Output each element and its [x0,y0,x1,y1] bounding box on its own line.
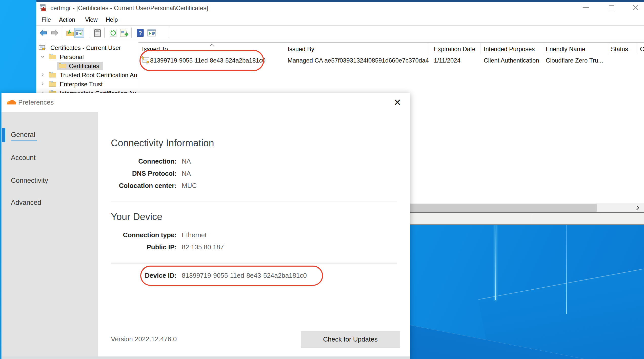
tree-item-enterprise-trust[interactable]: Enterprise Trust [36,80,138,88]
console-window-icon [147,29,156,37]
back-button[interactable] [38,28,48,38]
column-separator[interactable] [480,43,480,54]
tree-item-label: Enterprise Trust [60,81,103,88]
your-device-heading: Your Device [111,211,163,222]
up-one-level-button[interactable] [65,28,75,38]
cell-expiration-date: 1/11/2024 [434,57,460,64]
column-separator[interactable] [638,43,638,54]
paste-button[interactable] [93,28,102,38]
chevron-right-icon[interactable] [40,81,45,87]
tree-item-label: Personal [60,53,84,61]
menu-file[interactable]: File [42,14,51,25]
minimize-button[interactable] [578,2,594,13]
desktop: certmgr - [Certificates - Current User\P… [0,0,644,359]
menu-help[interactable]: Help [106,14,118,25]
close-button[interactable] [628,2,643,13]
sidebar-item-advanced[interactable]: Advanced [11,199,41,207]
show-console-tree-button[interactable] [74,28,84,38]
connection-type-value: Ethernet [182,231,207,239]
tree-item-personal[interactable]: Personal [36,53,138,61]
section-divider [111,202,397,202]
column-header-intended-purposes[interactable]: Intended Purposes [484,46,535,53]
back-arrow-icon [39,29,48,37]
column-separator[interactable] [429,43,429,54]
dns-protocol-label: DNS Protocol: [98,170,177,177]
cell-friendly-name: Cloudflare Zero Tru... [546,57,603,64]
certificate-key-icon [141,56,150,65]
tree-item-label: Certificates [69,63,99,70]
menu-action[interactable]: Action [59,14,75,25]
maximize-button[interactable] [603,2,619,13]
maximize-icon [609,5,614,10]
folder-icon [49,72,56,79]
forward-arrow-icon [50,29,59,37]
preferences-sidebar [2,112,98,356]
wallpaper-beam [495,225,496,300]
selected-tree-item[interactable]: Certificates [57,62,103,70]
sidebar-item-general[interactable]: General [11,131,35,139]
folder-icon [49,81,56,88]
toolbar-separator [168,28,168,38]
forward-button[interactable] [50,28,59,38]
toolbar-separator [62,28,62,38]
connection-label: Connection: [98,157,177,165]
public-ip-label: Public IP: [98,243,177,251]
export-list-button[interactable] [119,28,129,38]
preferences-close-button[interactable]: ✕ [392,97,403,108]
colocation-center-label: Colocation center: [98,182,177,190]
device-id-label: Device ID: [98,272,177,280]
column-header-friendly-name[interactable]: Friendly Name [546,46,585,53]
chevron-down-icon[interactable] [40,54,45,60]
check-for-updates-button[interactable]: Check for Updates [301,331,400,348]
preferences-titlebar[interactable]: Preferences ✕ [2,93,410,112]
connection-type-label: Connection type: [98,231,177,239]
menu-view[interactable]: View [85,14,97,25]
column-separator[interactable] [543,43,543,54]
cloudflare-logo-icon [6,99,16,105]
column-header-expiration-date[interactable]: Expiration Date [434,46,475,53]
export-list-icon [119,29,128,37]
sort-ascending-icon [209,43,214,48]
sidebar-item-account[interactable]: Account [11,154,36,162]
folder-icon [59,63,66,70]
column-header-status[interactable]: Status [611,46,628,53]
column-header-certificate-template[interactable]: Ce [640,46,644,53]
toolbar-separator [104,28,105,38]
connectivity-heading: Connectivity Information [111,138,214,149]
close-icon [633,5,639,11]
refresh-button[interactable] [108,28,118,38]
status-bar-separator [532,214,532,223]
chevron-right-icon [636,205,640,211]
tree-root-certificates-current-user[interactable]: Certificates - Current User [36,44,138,52]
folder-icon [49,53,56,61]
tree-item-label: Certificates - Current User [50,44,121,51]
tree-item-label: Trusted Root Certification Au [60,72,137,79]
scrollbar-right-arrow[interactable] [632,203,643,212]
certmgr-titlebar[interactable]: certmgr - [Certificates - Current User\P… [36,2,644,14]
column-separator[interactable] [608,43,608,54]
svg-text:?: ? [138,30,142,36]
help-icon: ? [136,29,144,37]
status-bar-separator [600,214,600,223]
connection-value: NA [182,157,191,165]
refresh-icon [109,29,117,37]
public-ip-value: 82.135.80.187 [182,243,224,251]
help-button[interactable]: ? [135,28,145,38]
certificate-row[interactable]: 81399719-9055-11ed-8e43-524a2ba181c0 Man… [138,54,644,66]
tree-item-certificates-selected[interactable]: Certificates [36,62,138,70]
new-window-button[interactable] [147,28,156,38]
dns-protocol-value: NA [182,170,191,177]
sidebar-item-connectivity[interactable]: Connectivity [11,177,48,185]
sidebar-selected-underline [11,141,37,141]
colocation-center-value: MUC [182,182,197,190]
minimize-icon [583,7,589,8]
tree-item-trusted-root[interactable]: Trusted Root Certification Au [36,71,138,79]
column-header-issued-by[interactable]: Issued By [288,46,314,53]
preferences-window: Preferences ✕ General Account Connectivi… [1,93,410,359]
toolbar-separator [89,28,89,38]
chevron-right-icon[interactable] [40,72,45,78]
section-divider [111,263,397,264]
list-header-border [138,42,644,43]
sidebar-selected-indicator [2,128,5,142]
column-header-issued-to[interactable]: Issued To [142,46,168,53]
